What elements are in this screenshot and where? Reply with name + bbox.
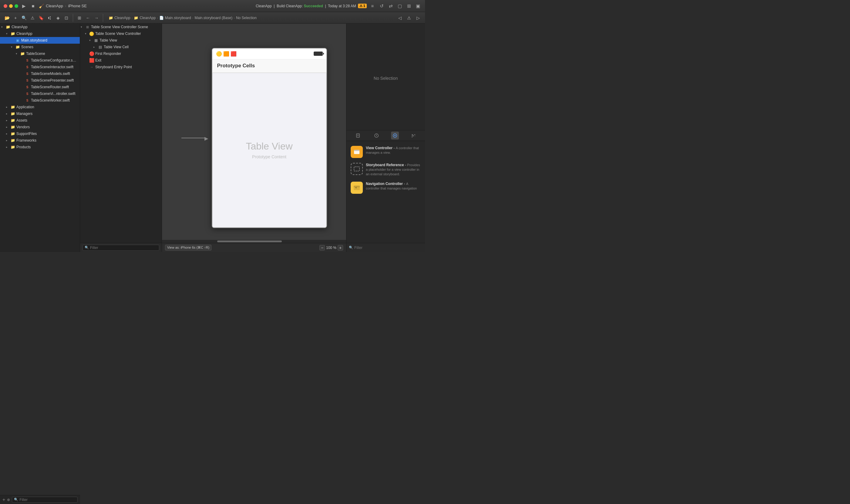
nav-item-cleanapp-root[interactable]: 📁 CleanApp xyxy=(0,24,80,30)
nav-label-main-storyboard: Main.storyboard xyxy=(21,38,47,42)
outline-filter-box[interactable]: 🔍 xyxy=(83,245,159,251)
lib-title-nav: Navigation Controller - A controller tha… xyxy=(366,182,421,191)
outline-filter-input[interactable] xyxy=(90,246,157,250)
breakpoint-button[interactable]: ◈ xyxy=(54,14,62,22)
library-filter-input[interactable] xyxy=(354,246,423,250)
stop-button[interactable]: ■ xyxy=(30,3,36,10)
breadcrumb-cleanapp[interactable]: 📁 CleanApp xyxy=(109,16,130,20)
lib-item-vc[interactable]: View Controller - A controller that mana… xyxy=(349,143,423,160)
view-as-label: View as: iPhone 6s (⌘C ↑R) xyxy=(167,246,209,249)
close-button[interactable] xyxy=(4,4,7,8)
folder-icon-frameworks: 📁 xyxy=(10,138,15,143)
nav-item-main-storyboard[interactable]: ▣ Main.storyboard xyxy=(0,37,80,44)
outline-entrypoint[interactable]: → Storyboard Entry Point xyxy=(80,64,162,70)
sidebar-toggle-icon[interactable]: ▢ xyxy=(396,3,403,10)
minimize-button[interactable] xyxy=(9,4,13,8)
nav-item-cleanapp-inner[interactable]: 📁 CleanApp xyxy=(0,30,80,37)
debug-button[interactable]: ⊡ xyxy=(63,14,70,22)
outline-vc[interactable]: 🟡 Table Scene View Controller xyxy=(80,30,162,37)
outline-label-vc: Table Scene View Controller xyxy=(95,32,141,36)
layout-icon[interactable]: ⊞ xyxy=(406,3,412,10)
breadcrumb-sep-2: › xyxy=(157,16,158,20)
nav-item-models[interactable]: S TableSceneModels.swift xyxy=(0,70,80,77)
outline-firstresponder[interactable]: 🔴 First Responder xyxy=(80,50,162,57)
nav-item-worker[interactable]: S TableSceneWorker.swift xyxy=(0,97,80,104)
tvcell-icon: ▤ xyxy=(98,44,103,50)
folder-icon-managers: 📁 xyxy=(10,111,15,116)
lib-item-storyboard-ref[interactable]: Storyboard Reference - Provides a placeh… xyxy=(349,160,423,179)
nav-item-products[interactable]: 📁 Products xyxy=(0,144,80,150)
swift-icon-4: S xyxy=(25,78,30,83)
outline-tableviewcell[interactable]: ▤ Table View Cell xyxy=(80,44,162,50)
nav-item-scenes[interactable]: 📁 Scenes xyxy=(0,44,80,50)
left-inspector-toggle[interactable]: ◁ xyxy=(396,14,404,22)
zoom-in-button[interactable]: + xyxy=(338,245,343,251)
exit-icon: 🟥 xyxy=(89,58,94,63)
nav-item-presenter[interactable]: S TableScenePresenter.swift xyxy=(0,77,80,84)
outline-tableview[interactable]: ▦ Table View xyxy=(80,37,162,44)
device-label[interactable]: iPhone SE xyxy=(68,4,86,8)
view-as-button[interactable]: View as: iPhone 6s (⌘C ↑R) xyxy=(165,245,211,251)
nav-item-vicontroller[interactable]: S TableSceneVi...ntroller.swift xyxy=(0,90,80,97)
back-button[interactable]: ← xyxy=(84,14,92,22)
warning-nav-button[interactable]: ⚠ xyxy=(405,14,413,22)
warning-button[interactable]: ⚠ xyxy=(29,14,36,22)
outline-scene-root[interactable]: ⊞ Table Scene View Controller Scene xyxy=(80,24,162,30)
forward-button[interactable]: → xyxy=(92,14,101,22)
play-button[interactable]: ▶ xyxy=(21,3,27,10)
folder-icon-products: 📁 xyxy=(10,145,15,149)
inspector-tab-circle[interactable] xyxy=(391,132,399,140)
nav-item-interactor[interactable]: S TableSceneInteractor.swift xyxy=(0,64,80,70)
nav-item-application[interactable]: 📁 Application xyxy=(0,104,80,110)
chevron-scenes xyxy=(11,46,15,49)
lib-item-nav-controller[interactable]: Navigation Controller - A controller tha… xyxy=(349,179,423,196)
svg-rect-0 xyxy=(356,134,359,137)
toolbar: 📂 + 🔍 ⚠ 🔖 ⑆ ◈ ⊡ ⊞ ← → 📁 CleanApp › 📁 Cle… xyxy=(0,12,425,24)
warning-badge[interactable]: ⚠ 1 xyxy=(358,4,367,8)
nav-item-vendors[interactable]: 📁 Vendors xyxy=(0,124,80,130)
breadcrumb: 📁 CleanApp › 📁 CleanApp › 📄 Main.storybo… xyxy=(106,16,395,20)
main-layout: 📁 CleanApp 📁 CleanApp ▣ Main.storyboard … xyxy=(0,24,425,252)
outline-label-firstresponder: First Responder xyxy=(95,52,121,56)
breadcrumb-no-selection[interactable]: No Selection xyxy=(236,16,256,20)
breadcrumb-storyboard-base[interactable]: Main.storyboard (Base) xyxy=(195,16,233,20)
breadcrumb-storyboard[interactable]: 📄 Main.storyboard xyxy=(159,16,191,20)
outline-exit[interactable]: 🟥 Exit xyxy=(80,57,162,64)
canvas-scrollbar[interactable] xyxy=(162,240,346,243)
folder-icon-inner: 📁 xyxy=(10,31,15,36)
chevron-assets xyxy=(6,119,10,122)
breadcrumb-cleanapp2[interactable]: 📁 CleanApp xyxy=(134,16,156,20)
bookmark-button[interactable]: 🔖 xyxy=(37,14,45,22)
symbol-button[interactable]: ⑆ xyxy=(46,14,53,22)
nav-item-assets[interactable]: 📁 Assets xyxy=(0,117,80,124)
lib-text-storyboard-ref: Storyboard Reference - Provides a placeh… xyxy=(366,163,421,177)
right-inspector-toggle[interactable]: ▷ xyxy=(414,14,422,22)
chevron-tablescene xyxy=(16,52,20,55)
nav-label-products: Products xyxy=(16,145,31,149)
toolbar-nav-group: 📂 + 🔍 ⚠ 🔖 ⑆ ◈ ⊡ xyxy=(3,14,73,22)
nav-item-tablescene[interactable]: 📁 TableScene xyxy=(0,50,80,57)
maximize-button[interactable] xyxy=(15,4,18,8)
nav-item-frameworks[interactable]: 📁 Frameworks xyxy=(0,137,80,144)
zoom-out-button[interactable]: − xyxy=(319,245,325,251)
title-bar-right: ≡ ↺ ⇄ ▢ ⊞ ▣ xyxy=(369,3,421,10)
search-button[interactable]: 🔍 xyxy=(20,14,28,22)
no-selection-label: No Selection xyxy=(347,24,425,130)
refresh-icon[interactable]: ↺ xyxy=(378,3,385,10)
nav-item-router[interactable]: S TableSceneRouter.swift xyxy=(0,84,80,90)
inspector-tab-attributes[interactable] xyxy=(409,132,418,140)
canvas-area[interactable]: ▶ 🟡 🟧 🟥 xyxy=(162,24,346,252)
add-file-button[interactable]: + xyxy=(12,14,19,22)
list-icon[interactable]: ≡ xyxy=(369,3,376,10)
nav-item-configurator[interactable]: S TableSceneConfigurator.swift xyxy=(0,57,80,64)
inspector-tab-file[interactable] xyxy=(354,132,362,140)
folder-open-button[interactable]: 📂 xyxy=(3,14,11,22)
grid-view-button[interactable]: ⊞ xyxy=(75,14,84,22)
inspector-icon[interactable]: ▣ xyxy=(415,3,421,10)
inspector-tab-inspector[interactable] xyxy=(373,132,380,140)
back-forward-icon[interactable]: ⇄ xyxy=(387,3,394,10)
nav-item-managers[interactable]: 📁 Managers xyxy=(0,110,80,117)
chevron-products xyxy=(6,146,10,149)
prototype-content-text: Prototype Content xyxy=(252,154,286,159)
nav-item-supportfiles[interactable]: 📁 SupportFiles xyxy=(0,130,80,137)
